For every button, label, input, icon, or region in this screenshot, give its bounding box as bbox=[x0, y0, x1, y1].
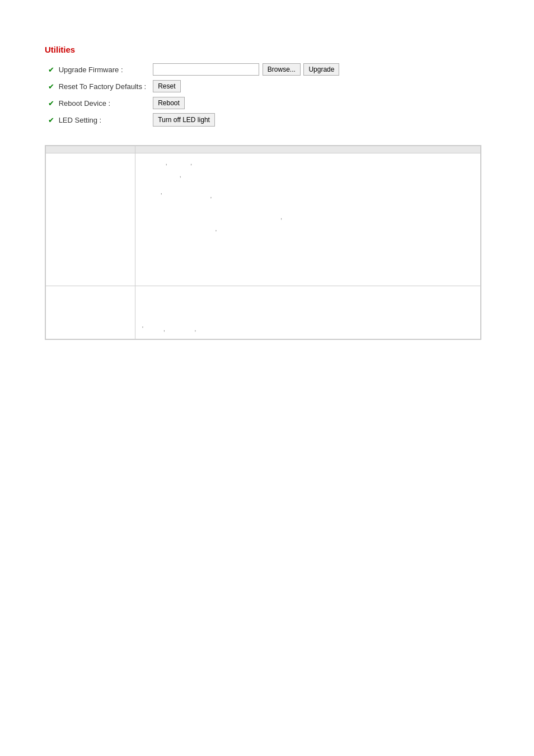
led-setting-label: ✔ LED Setting : bbox=[45, 111, 149, 128]
info-row-1: , , , ' , bbox=[46, 153, 481, 286]
led-button[interactable]: Turn off LED light bbox=[153, 113, 215, 127]
content-line-2a: ' , , bbox=[142, 326, 196, 332]
reboot-device-row: ✔ Reboot Device : Reboot bbox=[45, 95, 343, 111]
content-line-1c: ' , bbox=[142, 193, 212, 199]
reset-button[interactable]: Reset bbox=[153, 80, 180, 92]
led-setting-controls: Turn off LED light bbox=[149, 111, 343, 128]
reboot-device-controls: Reboot bbox=[149, 95, 343, 111]
info-row-2-label bbox=[46, 286, 135, 339]
content-line-1a: , , bbox=[142, 160, 192, 166]
utilities-table: ✔ Upgrade Firmware : Browse... Upgrade ✔… bbox=[45, 61, 343, 128]
reset-factory-controls: Reset bbox=[149, 78, 343, 95]
info-table: , , , ' , bbox=[45, 146, 481, 339]
upgrade-firmware-label: ✔ Upgrade Firmware : bbox=[45, 61, 149, 78]
content-line-1d: , bbox=[142, 214, 282, 220]
upgrade-firmware-controls: Browse... Upgrade bbox=[149, 61, 343, 78]
reboot-button[interactable]: Reboot bbox=[153, 97, 185, 109]
reset-factory-row: ✔ Reset To Factory Defaults : Reset bbox=[45, 78, 343, 95]
checkmark-led: ✔ bbox=[48, 116, 54, 124]
reset-factory-label: ✔ Reset To Factory Defaults : bbox=[45, 78, 149, 95]
firmware-file-input[interactable] bbox=[153, 63, 259, 76]
info-row-2-content: ' , , bbox=[135, 286, 481, 339]
page-container: Utilities ✔ Upgrade Firmware : Browse...… bbox=[11, 11, 515, 362]
browse-button[interactable]: Browse... bbox=[263, 63, 301, 76]
info-col-header-2 bbox=[135, 146, 481, 153]
content-line-1e: , bbox=[142, 226, 217, 232]
checkmark-reset: ✔ bbox=[48, 82, 54, 91]
content-line-1b: , bbox=[142, 172, 181, 178]
info-col-header-1 bbox=[46, 146, 135, 153]
led-setting-row: ✔ LED Setting : Turn off LED light bbox=[45, 111, 343, 128]
info-table-wrapper: , , , ' , bbox=[45, 145, 481, 340]
checkmark-upgrade: ✔ bbox=[48, 66, 54, 74]
utilities-section: Utilities ✔ Upgrade Firmware : Browse...… bbox=[45, 45, 481, 128]
reboot-device-label: ✔ Reboot Device : bbox=[45, 95, 149, 111]
info-table-header-row bbox=[46, 146, 481, 153]
upgrade-button[interactable]: Upgrade bbox=[303, 63, 339, 76]
upgrade-firmware-row: ✔ Upgrade Firmware : Browse... Upgrade bbox=[45, 61, 343, 78]
info-row-2: ' , , bbox=[46, 286, 481, 339]
info-row-1-content: , , , ' , bbox=[135, 153, 481, 286]
checkmark-reboot: ✔ bbox=[48, 99, 54, 108]
section-title: Utilities bbox=[45, 45, 481, 54]
info-row-1-label bbox=[46, 153, 135, 286]
